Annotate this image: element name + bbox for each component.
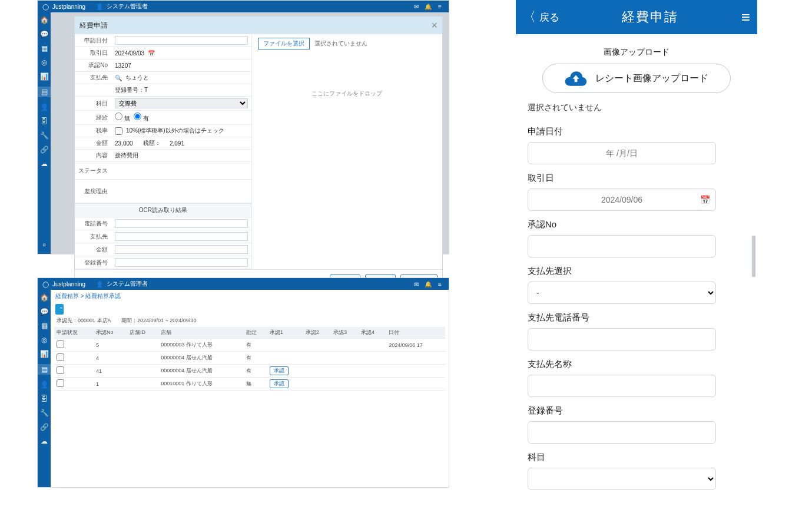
table-row[interactable]: 500000003 作りて人形有2024/09/06 17 <box>54 339 445 352</box>
ocr-payee[interactable] <box>115 232 248 241</box>
ocr-amount[interactable] <box>115 245 248 254</box>
lbl-amount: 金額 <box>75 137 111 149</box>
nav-home-icon[interactable]: 🏠 <box>40 293 49 302</box>
nav-link-icon[interactable]: 🔗 <box>40 423 49 431</box>
desktop-screenshot-1: ◯ Justplanning 👤 システム管理者 ✉ 🔔 ≡ 🏠 💬 ▦ ◎ 📊… <box>37 0 449 254</box>
lbl-txn-date: 取引日 <box>75 47 111 59</box>
approval-table: 申請状況 承認No 店舗ID 店舗 勘定 承認1 承認2 承認3 承認4 日付 … <box>54 327 445 391</box>
row-checkbox[interactable] <box>57 366 64 374</box>
nav-dash-icon[interactable]: ▦ <box>41 322 48 330</box>
back-label: 戻る <box>539 11 559 24</box>
nav-home-icon[interactable]: 🏠 <box>40 16 49 24</box>
lbl-tax: 経給 <box>75 112 111 124</box>
nav-db-icon[interactable]: 🗄 <box>41 117 48 125</box>
tax-without[interactable]: 無 <box>115 113 130 123</box>
desktop-screenshot-2: ◯ Justplanning 👤 システム管理者 ✉ 🔔 ≡ 🏠 💬 ▦ ◎ 📊… <box>37 277 449 488</box>
nav-target-icon[interactable]: ◎ <box>41 336 47 344</box>
nav-link-icon[interactable]: 🔗 <box>40 146 49 154</box>
file-dropzone[interactable]: ここにファイルをドロップ <box>258 49 436 138</box>
row-checkbox[interactable] <box>57 340 64 348</box>
upload-section-title: 画像アップロード <box>528 47 745 58</box>
row-checkbox[interactable] <box>57 379 64 387</box>
lbl-reject: 差戻理由 <box>75 186 111 197</box>
breadcrumb: 経費精算 > 経費精算承認 <box>51 290 449 303</box>
nav-chat-icon[interactable]: 💬 <box>40 30 49 38</box>
hamburger-icon[interactable]: ≡ <box>741 8 750 27</box>
payee-value: ちょうと <box>125 74 149 82</box>
nav-cloud-icon[interactable]: ☁ <box>41 160 48 168</box>
lbl-txn-date: 取引日 <box>528 173 745 184</box>
mobile-title: 経費申請 <box>559 8 741 26</box>
nav-db-icon[interactable]: 🗄 <box>41 395 48 403</box>
file-none-text: 選択されていません <box>314 40 367 47</box>
back-button[interactable]: 〈 戻る <box>523 8 559 26</box>
txn-date-value: 2024/09/03 <box>115 50 144 57</box>
subject-select[interactable]: 交際費 <box>115 98 248 108</box>
upload-button[interactable]: レシート画像アップロード <box>542 64 731 93</box>
file-pick-button[interactable]: ファイルを選択 <box>258 38 310 49</box>
taxamt-value: 2,091 <box>170 140 184 147</box>
payee-name-input[interactable] <box>528 375 716 397</box>
lbl-approval: 承認No <box>528 219 745 230</box>
subject-select[interactable] <box>528 468 716 490</box>
nav-wrench-icon[interactable]: 🔧 <box>40 131 49 140</box>
nav-collapse-icon[interactable]: » <box>42 242 46 248</box>
apply-date-input[interactable] <box>528 142 716 164</box>
brand-logo-icon: ◯ <box>42 4 49 10</box>
table-row[interactable]: 400000004 居せん汽船有 <box>54 352 445 365</box>
nav-wrench-icon[interactable]: 🔧 <box>40 409 49 417</box>
nav-doc-icon[interactable]: ▤ <box>38 364 51 375</box>
lbl-payee-tel: 支払先電話番号 <box>528 312 745 323</box>
nav-chat-icon[interactable]: 💬 <box>40 308 49 316</box>
menu-icon[interactable]: ≡ <box>436 281 444 287</box>
modal-title: 経費申請 <box>79 21 108 31</box>
mail-icon[interactable]: ✉ <box>412 4 420 10</box>
nav-cloud-icon[interactable]: ☁ <box>41 437 48 445</box>
nav-dash-icon[interactable]: ▦ <box>41 44 48 52</box>
nav-target-icon[interactable]: ◎ <box>41 58 47 67</box>
nav-chart-icon[interactable]: 📊 <box>40 350 49 358</box>
table-row[interactable]: 100010001 作りて人形無承認 <box>54 378 445 391</box>
brand-logo-icon: ◯ <box>42 281 49 287</box>
row-checkbox[interactable] <box>57 353 64 361</box>
filter-meta: 承認先：000001 本店A 期間：2024/09/01 ~ 2024/09/3… <box>51 316 449 326</box>
divider-handle-icon[interactable] <box>752 236 755 277</box>
approval-input[interactable] <box>528 235 716 257</box>
lbl-apply-date: 申請日付 <box>75 35 111 47</box>
nav-chart-icon[interactable]: 📊 <box>40 72 49 81</box>
rate-checkbox[interactable] <box>115 127 122 135</box>
bell-icon[interactable]: 🔔 <box>424 4 432 10</box>
table-row[interactable]: 4100000004 居せん汽船有承認 <box>54 365 445 378</box>
tax-with[interactable]: 有 <box>134 113 149 123</box>
collapse-toggle-icon[interactable]: ⌃ <box>55 304 64 315</box>
ocr-regno[interactable] <box>115 258 248 267</box>
bell-icon[interactable]: 🔔 <box>424 281 432 287</box>
ocr-tel[interactable] <box>115 219 248 228</box>
mail-icon[interactable]: ✉ <box>412 281 420 287</box>
txn-date-input[interactable] <box>528 189 716 211</box>
content-area: 新規登録 ステータス 登録 経費申請 × 申請日付 取引日2024/09/03📅… <box>51 12 449 254</box>
ocr-header: OCR読み取り結果 <box>75 203 251 217</box>
payee-tel-input[interactable] <box>528 328 716 351</box>
apply-date-input[interactable] <box>115 36 248 45</box>
lbl-status: ステータス <box>75 165 111 177</box>
search-icon[interactable]: 🔍 <box>115 75 122 81</box>
menu-icon[interactable]: ≡ <box>436 4 444 10</box>
regno-value: 登録番号：T <box>111 84 251 96</box>
payee-select[interactable]: - <box>528 282 716 304</box>
nav-doc-icon[interactable]: ▤ <box>38 87 51 97</box>
upload-label: レシート画像アップロード <box>595 72 708 85</box>
nav-user-icon[interactable]: 👤 <box>40 381 49 389</box>
not-selected-text: 選択されていません <box>528 103 745 113</box>
nav-user-icon[interactable]: 👤 <box>40 103 49 111</box>
brand-text: Justplanning <box>52 4 85 10</box>
amount-value: 23,000 <box>115 140 133 147</box>
regno-input[interactable] <box>528 421 716 444</box>
calendar-icon[interactable]: 📅 <box>148 50 155 57</box>
modal-header: 経費申請 × <box>75 16 442 34</box>
lbl-regno: 登録番号 <box>528 405 745 416</box>
close-icon[interactable]: × <box>431 20 438 31</box>
rate-text: 10%(標準税率)以外の場合はチェック <box>126 127 224 135</box>
mobile-screenshot: 〈 戻る 経費申請 ≡ 画像アップロード レシート画像アップロード 選択されてい… <box>516 0 757 529</box>
lbl-content: 内容 <box>75 150 111 161</box>
